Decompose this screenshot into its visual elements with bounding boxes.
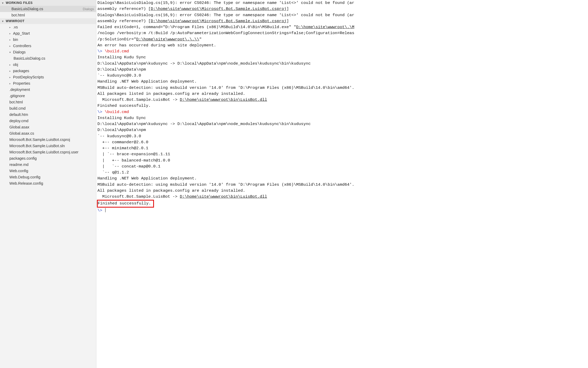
console-line: Finished successfully. <box>97 200 587 207</box>
console-line: /p:SolutionDir="D:\home\site\wwwroot\.\.… <box>97 36 587 42</box>
file-item[interactable]: deploy.cmd <box>0 118 96 124</box>
folder-item[interactable]: App_Start <box>0 30 96 36</box>
chevron-right-icon <box>9 63 13 66</box>
console-line: Dialogs\BasicLuisDialog.cs(16,9): error … <box>97 12 587 18</box>
console-line: All packages listed in packages.config a… <box>97 91 587 97</box>
file-item[interactable]: Microsoft.Bot.Sample.LuisBot.csproj.user <box>0 149 96 155</box>
console-line: \> <box>97 208 587 214</box>
folder-label: Controllers <box>13 44 94 48</box>
chevron-down-icon <box>9 51 13 54</box>
file-label: packages.config <box>9 156 94 160</box>
file-item[interactable]: default.htm <box>0 111 96 118</box>
prompt-symbol: \> <box>97 110 105 114</box>
file-label: bot.html <box>9 100 94 104</box>
chevron-right-icon <box>9 44 13 47</box>
chevron-right-icon <box>9 82 13 85</box>
console-line: Dialogs\BasicLuisDialog.cs(15,9): error … <box>97 0 587 6</box>
file-label: Web.Release.config <box>9 181 94 185</box>
file-item[interactable]: Global.asax <box>0 124 96 130</box>
console-line: /nologo /verbosity:m /t:Build /p:AutoPar… <box>97 30 587 36</box>
console-line: D:\local\AppData\npm\kudusync -> D:\loca… <box>97 121 587 127</box>
folder-label: packages <box>13 69 94 73</box>
chevron-right-icon <box>9 26 13 29</box>
console-line: D:\local\AppData\npm <box>97 67 587 73</box>
console-line: \> \build.cmd <box>97 48 587 54</box>
file-label: Microsoft.Bot.Sample.LuisBot.csproj.user <box>9 150 94 154</box>
prompt-symbol: \> <box>97 49 105 54</box>
working-files-header[interactable]: WORKING FILES <box>0 0 96 6</box>
folder-item[interactable]: PostDeployScripts <box>0 74 96 80</box>
folder-item[interactable]: packages <box>0 68 96 74</box>
file-item[interactable]: build.cmd <box>0 105 96 111</box>
console-line: assembly reference?) [D:\home\site\wwwro… <box>97 6 587 12</box>
console-line: D:\local\AppData\npm\kudusync -> D:\loca… <box>97 61 587 67</box>
file-item[interactable]: .deployment <box>0 86 96 93</box>
console-line: Handling .NET Web Application deployment… <box>97 79 587 85</box>
file-item[interactable]: packages.config <box>0 155 96 161</box>
console-line: Microsoft.Bot.Sample.LuisBot -> D:\home\… <box>97 194 587 200</box>
chevron-down-icon <box>2 19 6 23</box>
working-file-item[interactable]: bot.html <box>0 12 96 18</box>
file-item[interactable]: Global.asax.cs <box>0 130 96 136</box>
folder-item[interactable]: obj <box>0 61 96 68</box>
file-label: Global.asax <box>9 125 94 129</box>
folder-label: Properties <box>13 81 94 85</box>
console-line: MSBuild auto-detection: using msbuild ve… <box>97 85 587 91</box>
console-line: Installing Kudu Sync <box>97 54 587 60</box>
working-files-list: BasicLuisDialog.csDialogsbot.html <box>0 6 96 18</box>
folder-label: App_Start <box>13 31 94 35</box>
console-line: D:\local\AppData\npm <box>97 127 587 133</box>
chevron-right-icon <box>9 32 13 35</box>
folder-item[interactable]: Controllers <box>0 43 96 49</box>
file-item[interactable]: Microsoft.Bot.Sample.LuisBot.csproj <box>0 136 96 143</box>
console-output[interactable]: Dialogs\BasicLuisDialog.cs(15,9): error … <box>96 0 588 368</box>
console-line: \> \build.cmd <box>97 109 587 115</box>
folder-label: PostDeployScripts <box>13 75 94 79</box>
file-label: default.htm <box>9 113 94 117</box>
chevron-down-icon <box>2 1 6 5</box>
file-item[interactable]: Web.config <box>0 168 96 174</box>
folder-label: bin <box>13 38 94 42</box>
working-file-item[interactable]: BasicLuisDialog.csDialogs <box>0 6 96 12</box>
chevron-right-icon <box>9 38 13 41</box>
console-line: `-- q@1.1.2 <box>97 170 587 176</box>
file-item[interactable]: Microsoft.Bot.Sample.LuisBot.sln <box>0 143 96 149</box>
file-label: Web.config <box>9 169 94 173</box>
file-label: deploy.cmd <box>9 119 94 123</box>
file-label: Microsoft.Bot.Sample.LuisBot.sln <box>9 144 94 148</box>
file-label: .gitignore <box>9 94 94 98</box>
console-line: `-- kudusync@0.3.0 <box>97 133 587 139</box>
file-label: Microsoft.Bot.Sample.LuisBot.csproj <box>9 138 94 142</box>
console-line: Failed exitCode=1, command="D:\Program F… <box>97 24 587 30</box>
file-item[interactable]: bot.html <box>0 99 96 105</box>
folder-item[interactable]: Properties <box>0 80 96 86</box>
command-text: \build.cmd <box>105 110 129 114</box>
file-dir-label: Dialogs <box>83 7 94 11</box>
file-item[interactable]: BasicLuisDialog.cs <box>0 55 96 61</box>
file-item[interactable]: Web.Debug.config <box>0 174 96 180</box>
folder-label: obj <box>13 63 94 67</box>
command-text: \build.cmd <box>105 49 129 54</box>
file-item[interactable]: readme.md <box>0 161 96 168</box>
console-line: | `-- concat-map@0.0.1 <box>97 164 587 170</box>
highlighted-status: Finished successfully. <box>97 200 154 207</box>
chevron-right-icon <box>9 76 13 79</box>
console-line: | `-- brace-expansion@1.1.11 <box>97 151 587 157</box>
console-line: MSBuild auto-detection: using msbuild ve… <box>97 182 587 188</box>
folder-item[interactable]: Dialogs <box>0 49 96 55</box>
file-label: Global.asax.cs <box>9 131 94 135</box>
file-item[interactable]: .gitignore <box>0 93 96 99</box>
prompt-symbol: \> <box>97 208 105 213</box>
console-line: Finished successfully. <box>97 103 587 109</box>
wwwroot-header[interactable]: WWWROOT <box>0 18 96 24</box>
console-line: Handling .NET Web Application deployment… <box>97 176 587 182</box>
file-label: Web.Debug.config <box>9 175 94 179</box>
wwwroot-tree: .vsApp_StartbinControllersDialogsBasicLu… <box>0 24 96 186</box>
folder-label: Dialogs <box>13 50 94 54</box>
folder-label: .vs <box>13 25 94 29</box>
folder-item[interactable]: bin <box>0 36 96 43</box>
file-item[interactable]: Web.Release.config <box>0 180 96 186</box>
file-label: bot.html <box>11 13 94 17</box>
file-label: readme.md <box>9 163 94 167</box>
folder-item[interactable]: .vs <box>0 24 96 30</box>
